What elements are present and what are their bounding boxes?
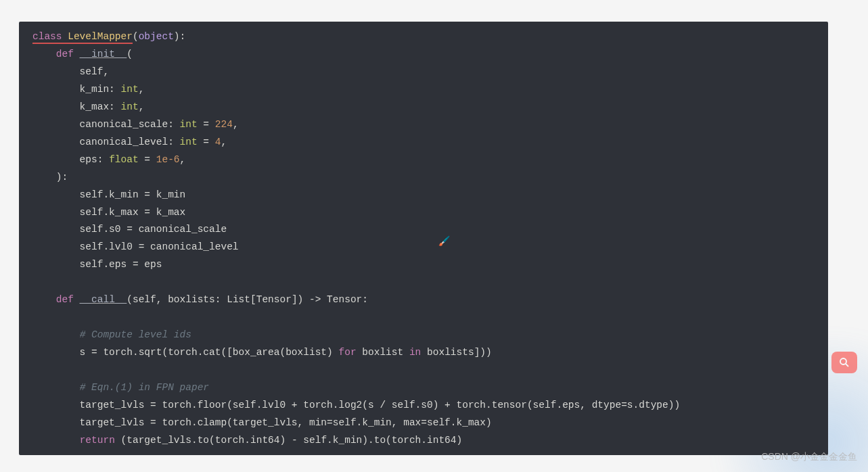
- code-line: self.eps = eps: [32, 259, 162, 270]
- code-token-type: int: [180, 137, 198, 147]
- code-token: ,: [180, 154, 186, 165]
- code-token-type: int: [121, 84, 139, 95]
- code-token: boxlists])): [421, 347, 491, 358]
- code-token-for: for: [338, 347, 356, 358]
- code-token: (self, boxlists: List[Tensor]) -> Tensor…: [127, 294, 368, 305]
- code-token-number: 1e-6: [156, 154, 180, 165]
- code-block: class LevelMapper(object): def __init__(…: [19, 22, 828, 455]
- code-line: self.k_min = k_min: [32, 189, 185, 200]
- floating-search-button[interactable]: [831, 352, 857, 373]
- code-token-type: float: [109, 154, 139, 165]
- code-indent: [32, 49, 56, 60]
- code-token: ):: [174, 31, 185, 42]
- code-token-comment: # Compute level ids: [80, 329, 191, 340]
- code-token: ,: [139, 84, 145, 95]
- code-line: self.k_max = k_max: [32, 207, 185, 218]
- code-line: target_lvls = torch.floor(self.lvl0 + to…: [32, 400, 680, 410]
- code-token: ,: [139, 101, 145, 112]
- code-token-return: return: [80, 435, 115, 446]
- code-token-comment: # Eqn.(1) in FPN paper: [80, 382, 209, 393]
- code-token-in: in: [409, 347, 421, 358]
- code-indent: [32, 329, 80, 340]
- code-token: canonical_level:: [32, 137, 180, 147]
- code-indent: [32, 382, 80, 393]
- code-token: eps:: [32, 154, 109, 165]
- code-token-call: __call__: [80, 294, 127, 305]
- code-token: k_min:: [32, 84, 121, 95]
- code-indent: [32, 294, 56, 305]
- code-token-class: class: [32, 31, 68, 42]
- search-icon: [838, 356, 850, 369]
- code-token: [74, 294, 80, 305]
- code-token: [74, 49, 80, 60]
- code-indent: [32, 435, 80, 446]
- code-line: self.lvl0 = canonical_level: [32, 241, 239, 252]
- code-token: ,: [233, 119, 239, 130]
- code-token: boxlist: [357, 347, 409, 358]
- code-token: ,: [221, 137, 227, 147]
- cursor-brush-icon: 🖌️: [438, 233, 450, 250]
- code-line: ):: [32, 172, 68, 183]
- svg-line-1: [846, 364, 848, 367]
- code-token: k_max:: [32, 101, 121, 112]
- code-token: (: [127, 49, 133, 60]
- code-token: (target_lvls.to(torch.int64) - self.k_mi…: [115, 435, 462, 446]
- code-token-type: int: [121, 101, 139, 112]
- code-token: =: [139, 154, 156, 165]
- code-token: =: [198, 119, 215, 130]
- code-token: s = torch.sqrt(torch.cat([box_area(boxli…: [32, 347, 338, 358]
- code-line: self,: [32, 66, 109, 77]
- code-line: target_lvls = torch.clamp(target_lvls, m…: [32, 417, 492, 428]
- svg-point-0: [840, 358, 846, 364]
- watermark-text: CSDN @小金金金金鱼: [761, 448, 857, 465]
- code-token-classname: LevelMapper: [68, 31, 133, 42]
- code-token: canonical_scale:: [32, 119, 180, 130]
- code-token-number: 224: [215, 119, 233, 130]
- code-token-type: int: [180, 119, 198, 130]
- code-token-def: def: [56, 294, 74, 305]
- code-token: =: [198, 137, 215, 147]
- code-token-init: __init__: [80, 49, 127, 60]
- code-token: (: [133, 31, 139, 42]
- code-token-object: object: [139, 31, 174, 42]
- code-token-def: def: [56, 49, 74, 60]
- code-line: self.s0 = canonical_scale: [32, 224, 227, 235]
